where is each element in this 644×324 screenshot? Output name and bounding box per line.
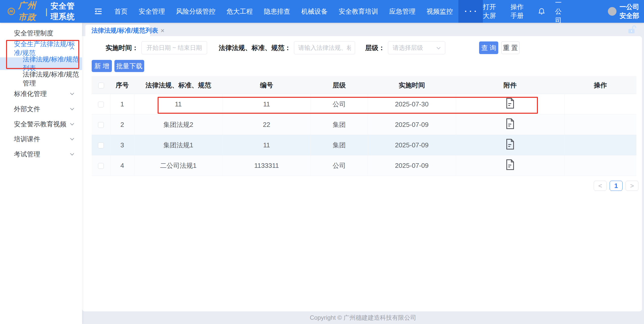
sidebar-item-exam-management[interactable]: 考试管理: [0, 148, 82, 160]
cell-code: 11: [222, 135, 311, 155]
batch-download-button[interactable]: 批量下载: [114, 60, 144, 72]
cell-level: 公司: [311, 94, 368, 114]
nav-more-button[interactable]: ···: [458, 0, 483, 23]
level-select[interactable]: 请选择层级: [388, 41, 445, 54]
row-checkbox[interactable]: [98, 143, 104, 148]
reset-button[interactable]: 重 置: [501, 41, 519, 54]
law-search-input[interactable]: [294, 41, 355, 54]
cell-date: 2025-07-09: [368, 155, 456, 176]
nav-safety-education[interactable]: 安全教育培训: [333, 0, 384, 23]
attachment-file-icon[interactable]: [506, 159, 515, 170]
sidebar-item-safety-rules[interactable]: 安全管理制度: [0, 27, 82, 39]
sidebar-item-laws-group[interactable]: 安全生产法律法规/标准/规范: [0, 42, 82, 55]
app-title: 安全管理系统: [51, 1, 82, 22]
col-date: 实施时间: [368, 77, 456, 94]
pagination-next-button[interactable]: >: [626, 181, 638, 191]
table-row[interactable]: 2 集团法规2 22 集团 2025-07-09: [92, 114, 636, 135]
unlock-icon[interactable]: [627, 25, 637, 36]
pagination-prev-button[interactable]: <: [594, 181, 607, 191]
tab-laws-list[interactable]: 法律法规/标准/规范列表 ×: [85, 25, 150, 36]
table-row[interactable]: 1 11 11 公司 2025-07-30: [92, 94, 636, 114]
top-nav: 首页 安全管理 风险分级管控 危大工程 隐患排查 机械设备 安全教育培训 应急管…: [109, 0, 483, 23]
collapse-menu-button[interactable]: [94, 8, 102, 15]
cell-code: 22: [222, 114, 311, 135]
cell-name: 集团法规1: [134, 135, 222, 155]
nav-machinery[interactable]: 机械设备: [296, 0, 333, 23]
date-range-picker[interactable]: 开始日期 ~ 结束日期: [141, 41, 207, 54]
manual-link[interactable]: 操作手册: [510, 3, 527, 20]
cell-date: 2025-07-30: [368, 94, 456, 114]
chevron-down-icon: [70, 122, 74, 126]
table-row[interactable]: 4 二公司法规1 1133311 公司 2025-07-09: [92, 155, 636, 176]
nav-hazard-inspection[interactable]: 隐患排查: [258, 0, 296, 23]
cell-index: 2: [110, 114, 134, 135]
tab-close-icon[interactable]: ×: [161, 27, 164, 34]
attachment-file-icon[interactable]: [506, 118, 515, 129]
attachment-file-icon[interactable]: [506, 139, 515, 150]
date-range-placeholder: 开始日期 ~ 结束日期: [146, 44, 202, 52]
brand-name: 广州市政: [18, 0, 42, 23]
sidebar-item-laws-list[interactable]: 法律法规/标准/规范列表: [0, 57, 82, 70]
copyright-text: Copyright © 广州穗建建造科技有限公司: [310, 314, 416, 322]
cell-actions: [564, 155, 636, 176]
chevron-down-icon: [70, 91, 74, 95]
user-department: 一公司安全部: [620, 3, 640, 20]
company-switch[interactable]: 一公司: [555, 0, 567, 25]
sidebar: 安全管理制度 安全生产法律法规/标准/规范 法律法规/标准/规范列表 法律法规/…: [0, 23, 82, 324]
cell-index: 1: [110, 94, 134, 114]
date-filter-label: 实施时间：: [106, 43, 138, 52]
row-checkbox[interactable]: [98, 122, 104, 128]
cell-index: 4: [110, 155, 134, 176]
nav-major-projects[interactable]: 危大工程: [221, 0, 258, 23]
cell-date: 2025-07-09: [368, 114, 456, 135]
sidebar-item-external-files[interactable]: 外部文件: [0, 103, 82, 115]
avatar: [608, 7, 616, 16]
cell-name: 二公司法规1: [134, 155, 222, 176]
footer: Copyright © 广州穗建建造科技有限公司: [82, 311, 644, 324]
cell-index: 3: [110, 135, 134, 155]
pagination-page-1[interactable]: 1: [610, 181, 623, 191]
col-actions: 操作: [564, 77, 636, 94]
nav-video-monitor[interactable]: 视频监控: [421, 0, 458, 23]
col-index: 序号: [110, 77, 134, 94]
nav-risk-grading[interactable]: 风险分级管控: [170, 0, 221, 23]
attachment-file-icon[interactable]: [506, 98, 515, 109]
sidebar-item-training-courseware[interactable]: 培训课件: [0, 133, 82, 145]
cell-code: 11: [222, 94, 311, 114]
nav-safety-management[interactable]: 安全管理: [133, 0, 170, 23]
laws-table: 序号 法律法规、标准、规范 编号 层级 实施时间 附件 操作 1 11 11 公…: [92, 76, 636, 176]
sidebar-item-standardization[interactable]: 标准化管理: [0, 87, 82, 100]
table-toolbar: 新 增 批量下载: [92, 60, 144, 72]
header-right: 打开大屏 操作手册 一公司 一公司安全部: [483, 0, 644, 23]
nav-home[interactable]: 首页: [109, 0, 133, 23]
app-header: 广州市政 | 安全管理系统 首页 安全管理 风险分级管控 危大工程 隐患排查 机…: [0, 0, 644, 23]
cell-date: 2025-07-09: [368, 135, 456, 155]
nav-emergency[interactable]: 应急管理: [384, 0, 421, 23]
search-button[interactable]: 查 询: [479, 41, 498, 54]
chevron-down-icon: [70, 152, 74, 156]
cell-name: 11: [134, 94, 222, 114]
col-code: 编号: [222, 77, 311, 94]
col-name: 法律法规、标准、规范: [134, 77, 222, 94]
cell-code: 1133311: [222, 155, 311, 176]
table-row[interactable]: 3 集团法规1 11 集团 2025-07-09: [92, 135, 636, 155]
cell-actions: [564, 135, 636, 155]
notification-bell-icon[interactable]: [538, 8, 545, 15]
content-card: 实施时间： 开始日期 ~ 结束日期 法律法规、标准、规范： 层级： 请选择层级 …: [82, 36, 642, 311]
add-button[interactable]: 新 增: [92, 60, 112, 72]
filter-bar: 实施时间： 开始日期 ~ 结束日期 法律法规、标准、规范： 层级： 请选择层级 …: [106, 41, 634, 54]
tab-title: 法律法规/标准/规范列表: [91, 26, 158, 35]
select-all-checkbox[interactable]: [98, 83, 104, 88]
user-menu[interactable]: 一公司安全部: [608, 3, 640, 20]
row-checkbox[interactable]: [98, 163, 104, 169]
open-big-screen-link[interactable]: 打开大屏: [483, 3, 499, 20]
col-level: 层级: [311, 77, 368, 94]
sidebar-item-warning-videos[interactable]: 安全警示教育视频: [0, 118, 82, 130]
sidebar-item-laws-manage[interactable]: 法律法规/标准/规范管理: [0, 73, 82, 85]
row-checkbox[interactable]: [98, 102, 104, 107]
cell-level: 集团: [311, 114, 368, 135]
law-filter-label: 法律法规、标准、规范：: [219, 43, 291, 52]
level-select-placeholder: 请选择层级: [393, 44, 423, 52]
logo: 广州市政 | 安全管理系统: [0, 0, 82, 23]
level-filter-label: 层级：: [365, 43, 385, 52]
